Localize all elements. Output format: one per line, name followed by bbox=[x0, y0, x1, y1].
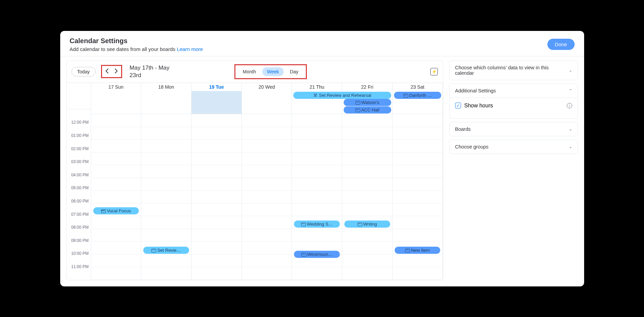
day-header: 23 Sat bbox=[393, 83, 443, 91]
day-header: 17 Sun bbox=[91, 83, 142, 91]
lightning-icon[interactable]: ⚡ bbox=[430, 68, 438, 75]
boards-panel-label: Boards bbox=[455, 126, 471, 132]
done-button[interactable]: Done bbox=[547, 39, 575, 50]
allday-event[interactable]: Danforth … bbox=[394, 92, 442, 99]
time-label: 10:00 PM bbox=[67, 251, 91, 264]
day-column[interactable]: Set Revie… bbox=[141, 114, 192, 280]
day-column[interactable]: Writing bbox=[342, 114, 393, 280]
allday-event[interactable]: ACC Hall bbox=[344, 106, 391, 113]
show-hours-label: Show hours bbox=[464, 103, 493, 109]
view-day[interactable]: Day bbox=[285, 67, 303, 76]
chevron-down-icon: ⌄ bbox=[569, 68, 572, 73]
view-month[interactable]: Month bbox=[238, 67, 261, 76]
time-label: 08:00 PM bbox=[67, 225, 91, 238]
calendar-icon bbox=[356, 108, 360, 112]
columns-panel-header[interactable]: Choose which columns' data to view in th… bbox=[450, 61, 578, 80]
view-week[interactable]: Week bbox=[262, 67, 284, 76]
chevron-up-icon: ⌃ bbox=[569, 88, 572, 93]
day-column[interactable] bbox=[192, 114, 242, 280]
info-icon[interactable]: i bbox=[567, 103, 572, 108]
groups-panel-header[interactable]: Choose groups ⌄ bbox=[450, 140, 578, 154]
time-label: 12:00 PM bbox=[67, 120, 91, 133]
calendar-icon bbox=[356, 101, 360, 104]
time-column: 12:00 PM01:00 PM02:00 PM03:00 PM04:00 PM… bbox=[67, 83, 91, 280]
chevron-down-icon: ⌄ bbox=[569, 144, 572, 149]
additional-panel-header[interactable]: Additional Settings ⌃ bbox=[450, 84, 578, 98]
day-header: 19 Tue bbox=[192, 83, 242, 91]
boards-panel-header[interactable]: Boards ⌄ bbox=[450, 122, 578, 136]
day-column[interactable]: New Item bbox=[393, 114, 443, 280]
page-title: Calendar Settings bbox=[70, 37, 203, 45]
learn-more-link[interactable]: Learn more bbox=[177, 46, 203, 52]
day-column[interactable] bbox=[242, 114, 292, 280]
time-label: 05:00 PM bbox=[67, 186, 91, 199]
calendar-icon bbox=[358, 222, 362, 226]
subtitle-prefix: Add calendar to see dates from all your … bbox=[70, 46, 177, 52]
page-subtitle: Add calendar to see dates from all your … bbox=[70, 46, 203, 52]
checkbox-checked-icon: ✓ bbox=[455, 103, 461, 108]
calendar-icon bbox=[403, 93, 408, 97]
timed-event[interactable]: Westmoun… bbox=[294, 251, 340, 258]
day-header: 22 Fri bbox=[342, 83, 393, 91]
timeline-icon bbox=[313, 93, 317, 98]
time-label: 02:00 PM bbox=[67, 146, 91, 160]
allday-cell[interactable] bbox=[91, 91, 142, 114]
calendar-pane: Today May 17th - May 23rd Month Week Day… bbox=[66, 60, 443, 280]
time-label: 11:00 PM bbox=[67, 264, 91, 278]
columns-panel-label: Choose which columns' data to view in th… bbox=[455, 65, 569, 76]
next-button[interactable] bbox=[114, 68, 118, 75]
timed-event[interactable]: Set Revie… bbox=[143, 247, 189, 254]
calendar-icon bbox=[101, 209, 105, 213]
allday-event[interactable]: Set Review and Rehearsal bbox=[293, 92, 391, 99]
calendar-icon bbox=[151, 248, 155, 252]
nav-highlight-box bbox=[101, 65, 122, 78]
allday-event[interactable]: Watson's bbox=[344, 99, 391, 106]
today-button[interactable]: Today bbox=[71, 67, 96, 76]
allday-cell[interactable] bbox=[141, 91, 192, 114]
time-label: 03:00 PM bbox=[67, 159, 91, 173]
day-column[interactable]: Wedding S…Westmoun… bbox=[292, 114, 342, 280]
groups-panel-label: Choose groups bbox=[455, 144, 489, 149]
timed-event[interactable]: Wedding S… bbox=[294, 221, 340, 228]
calendar-icon bbox=[405, 248, 409, 252]
time-label: 07:00 PM bbox=[67, 212, 91, 225]
allday-cell[interactable] bbox=[242, 91, 292, 114]
allday-cell[interactable] bbox=[192, 91, 242, 114]
view-highlight-box: Month Week Day bbox=[234, 64, 307, 79]
calendar-icon bbox=[301, 252, 306, 256]
time-label bbox=[67, 107, 91, 120]
date-range-label: May 17th - May 23rd bbox=[130, 64, 170, 79]
day-header: 21 Thu bbox=[292, 83, 342, 91]
day-header: 20 Wed bbox=[242, 83, 292, 91]
chevron-down-icon: ⌄ bbox=[569, 127, 572, 131]
show-hours-option[interactable]: ✓ Show hours bbox=[455, 103, 493, 109]
time-label: 04:00 PM bbox=[67, 173, 91, 186]
time-label: 06:00 PM bbox=[67, 199, 91, 212]
timed-event[interactable]: Writing bbox=[344, 221, 390, 228]
day-header: 18 Mon bbox=[141, 83, 192, 91]
prev-button[interactable] bbox=[105, 68, 109, 75]
day-column[interactable]: Vocal Focus bbox=[91, 114, 142, 280]
additional-panel-label: Additional Settings bbox=[455, 88, 496, 93]
calendar-icon bbox=[301, 222, 305, 226]
time-label: 09:00 PM bbox=[67, 238, 91, 251]
timed-event[interactable]: New Item bbox=[395, 247, 441, 254]
time-label: 01:00 PM bbox=[67, 133, 91, 146]
timed-event[interactable]: Vocal Focus bbox=[93, 207, 139, 214]
